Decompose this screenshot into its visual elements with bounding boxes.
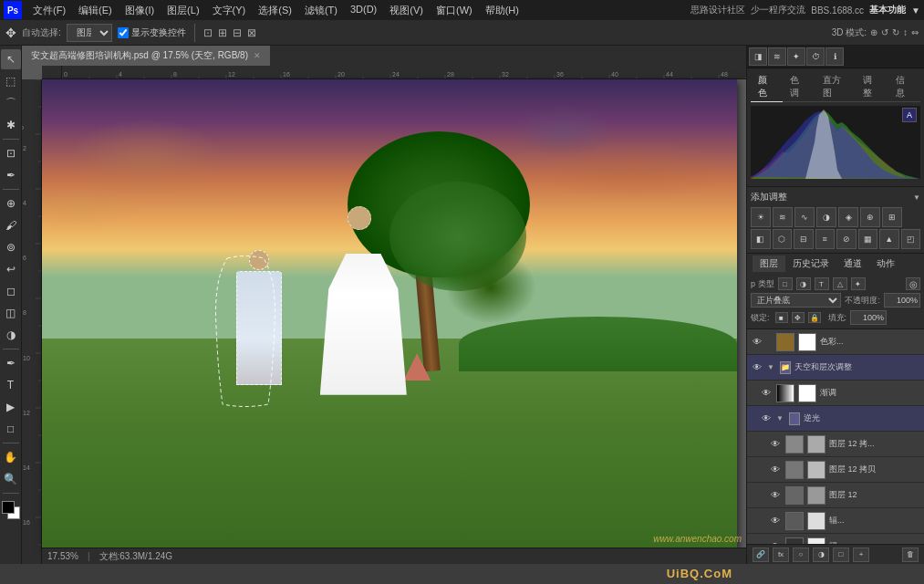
adj-photo-filter[interactable]: ⬡ xyxy=(773,229,793,249)
hand-tool[interactable]: ✋ xyxy=(1,447,21,467)
adj-levels[interactable]: ≋ xyxy=(773,207,793,227)
add-layer-btn[interactable]: + xyxy=(853,548,869,562)
adj-color-lookup[interactable]: ≡ xyxy=(815,229,836,249)
adj-channel-mixer[interactable]: ⊟ xyxy=(794,229,814,249)
add-link-btn[interactable]: 🔗 xyxy=(753,548,769,562)
layer-item-12[interactable]: 👁 图层 12 xyxy=(747,483,924,508)
eye-icon-color[interactable]: 👁 xyxy=(751,336,763,349)
folder-arrow-backlight[interactable]: ▼ xyxy=(776,414,784,422)
adjustments-collapse[interactable]: ▼ xyxy=(913,193,920,202)
menu-window[interactable]: 窗口(W) xyxy=(431,2,478,19)
blend-mode-select[interactable]: 正片叠底 xyxy=(751,293,841,308)
eye-icon-radial[interactable]: 👁 xyxy=(769,515,782,527)
panel-icon-style[interactable]: ✦ xyxy=(787,47,805,66)
panel-icon-history[interactable]: ⏱ xyxy=(806,47,825,66)
adj-invert[interactable]: ⊘ xyxy=(836,229,857,249)
stamp-tool[interactable]: ⊚ xyxy=(1,237,21,257)
fill-input[interactable] xyxy=(850,310,887,325)
adj-curves[interactable]: ∿ xyxy=(794,207,815,227)
heal-tool[interactable]: ⊕ xyxy=(1,193,21,214)
menu-edit[interactable]: 编辑(E) xyxy=(73,2,118,19)
actions-tab[interactable]: 动作 xyxy=(869,256,902,272)
zoom-tool[interactable]: 🔍 xyxy=(1,469,21,489)
filter-toggle[interactable]: ◎ xyxy=(906,277,920,290)
eye-icon-backlight[interactable]: 👁 xyxy=(760,412,773,425)
menu-text[interactable]: 文字(Y) xyxy=(207,2,252,19)
eye-icon-12copy[interactable]: 👁 xyxy=(769,464,782,476)
path-select-tool[interactable]: ▶ xyxy=(1,397,21,417)
pen-tool[interactable]: ✒ xyxy=(1,353,21,373)
3d-icon3[interactable]: ↻ xyxy=(892,27,899,37)
filter-icon-adjust2[interactable]: ◑ xyxy=(796,277,811,290)
layer-item-12copy2[interactable]: 👁 图层 12 拷... xyxy=(747,432,924,457)
marquee-tool[interactable]: ⬚ xyxy=(1,71,21,91)
adj-colorbal[interactable]: ⊞ xyxy=(882,207,902,227)
3d-icon1[interactable]: ⊕ xyxy=(870,27,877,37)
3d-icon4[interactable]: ↕ xyxy=(903,27,908,37)
crop-tool[interactable]: ⊡ xyxy=(1,143,21,163)
adj-threshold[interactable]: ▲ xyxy=(879,229,899,249)
menu-layer[interactable]: 图层(L) xyxy=(161,2,204,19)
add-adjustment-btn[interactable]: ◑ xyxy=(813,548,829,562)
layer-item-radial[interactable]: 👁 辐... xyxy=(747,508,924,534)
menu-help[interactable]: 帮助(H) xyxy=(480,2,524,19)
eye-icon-sky-folder[interactable]: 👁 xyxy=(751,361,763,374)
document-tab[interactable]: 安文超高端修图培训机构.psd @ 17.5% (天空, RGB/8) ✕ xyxy=(22,46,271,66)
distribute-icon[interactable]: ⊠ xyxy=(247,26,256,39)
filter-icon-smart[interactable]: ✦ xyxy=(851,277,866,290)
menu-view[interactable]: 视图(V) xyxy=(384,2,429,19)
tab-info[interactable]: 信息 xyxy=(888,72,920,102)
align-center-icon[interactable]: ⊞ xyxy=(218,26,227,39)
history-tab[interactable]: 历史记录 xyxy=(785,256,836,272)
eye-icon-12[interactable]: 👁 xyxy=(769,489,782,502)
adj-brightness[interactable]: ☀ xyxy=(751,207,771,227)
brush-tool[interactable]: 🖌 xyxy=(1,215,21,235)
auto-select-dropdown[interactable]: 图层 xyxy=(67,24,112,42)
text-tool[interactable]: T xyxy=(1,375,21,395)
add-mask-btn[interactable]: ○ xyxy=(793,548,809,562)
menu-filter[interactable]: 滤镜(T) xyxy=(299,2,343,19)
adj-gradient-map[interactable]: ◰ xyxy=(901,229,921,249)
workspace-arrow[interactable]: ▼ xyxy=(911,5,920,16)
shape-tool[interactable]: □ xyxy=(1,419,21,439)
tab-color[interactable]: 颜色 xyxy=(751,72,783,102)
color-swatch[interactable] xyxy=(2,501,20,519)
layer-item-color[interactable]: 👁 色彩... xyxy=(747,329,924,355)
layer-item-backlight[interactable]: 👁 ▼ 逆光 xyxy=(747,406,924,432)
layer-item-12copy[interactable]: 👁 图层 12 拷贝 xyxy=(747,457,924,483)
eye-icon-gradtone[interactable]: 👁 xyxy=(760,387,773,400)
menu-select[interactable]: 选择(S) xyxy=(253,2,297,19)
eraser-tool[interactable]: ◻ xyxy=(1,281,21,301)
filter-icon-shape[interactable]: △ xyxy=(833,277,847,290)
lock-position-btn[interactable]: ✥ xyxy=(792,312,805,323)
3d-icon5[interactable]: ⇔ xyxy=(911,27,919,37)
move-tool[interactable]: ↖ xyxy=(1,49,21,69)
3d-icon2[interactable]: ↺ xyxy=(881,27,888,37)
gradient-tool[interactable]: ◫ xyxy=(1,303,21,323)
panel-icon-info[interactable]: ℹ xyxy=(825,47,844,66)
eye-icon-12copy2[interactable]: 👁 xyxy=(769,438,782,451)
panel-icon-color[interactable]: ◨ xyxy=(749,47,767,66)
add-group-btn[interactable]: □ xyxy=(833,548,849,562)
opacity-input[interactable] xyxy=(884,293,920,308)
adj-exposure[interactable]: ◑ xyxy=(816,207,836,227)
layers-tab[interactable]: 图层 xyxy=(753,256,785,272)
adj-hsl[interactable]: ⊕ xyxy=(860,207,880,227)
align-right-icon[interactable]: ⊟ xyxy=(233,26,242,39)
delete-layer-btn[interactable]: 🗑 xyxy=(902,548,919,562)
layer-item-sky-folder[interactable]: 👁 ▼ 📁 天空和层次调整 xyxy=(747,355,924,381)
layer-item-gradtone[interactable]: 👁 渐调 xyxy=(747,381,924,406)
align-left-icon[interactable]: ⊡ xyxy=(203,26,213,39)
folder-arrow-sky[interactable]: ▼ xyxy=(767,363,774,371)
lasso-tool[interactable]: ⌒ xyxy=(1,93,21,113)
lock-all-btn[interactable]: 🔒 xyxy=(808,312,821,323)
tab-tone[interactable]: 色调 xyxy=(783,72,815,102)
layer-item-threshold[interactable]: 👁 阈... xyxy=(747,534,924,544)
adj-bw[interactable]: ◧ xyxy=(751,229,771,249)
filter-icon-pixel[interactable]: □ xyxy=(778,277,793,290)
tab-close-button[interactable]: ✕ xyxy=(254,51,261,60)
show-transform-check[interactable]: 显示变换控件 xyxy=(118,26,186,39)
menu-file[interactable]: 文件(F) xyxy=(27,2,71,19)
adj-posterize[interactable]: ▦ xyxy=(858,229,878,249)
tab-histogram[interactable]: 直方图 xyxy=(815,72,857,102)
